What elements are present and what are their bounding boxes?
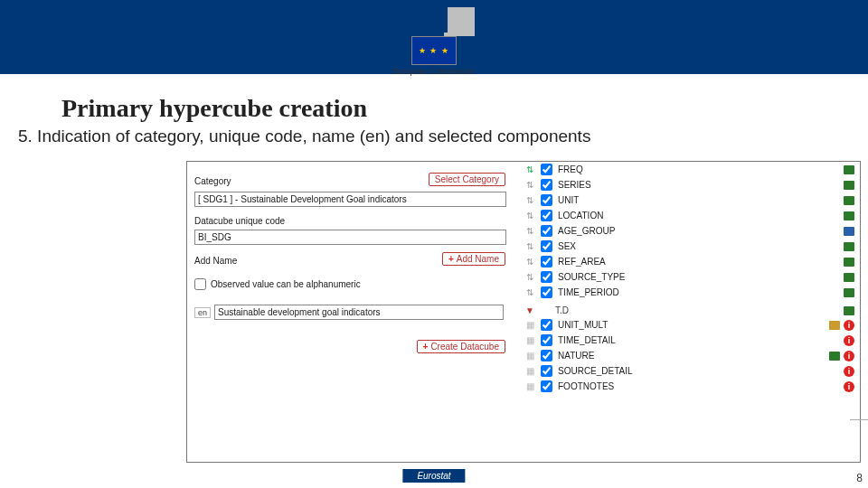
alpha-checkbox-label: Observed value can be alphanumeric — [211, 279, 361, 289]
reorder-handle-icon[interactable]: ⇅ — [524, 180, 535, 190]
component-checkbox[interactable] — [541, 334, 552, 346]
datacube-form: Category Select Category Datacube unique… — [187, 162, 513, 359]
collapse-icon[interactable]: ▼ — [524, 305, 535, 315]
info-icon[interactable]: i — [844, 366, 854, 377]
footer-caption: Eurostat — [402, 469, 465, 483]
page-title: Primary hypercube creation — [61, 94, 868, 123]
component-row: ⇅SERIES — [521, 177, 860, 192]
category-field[interactable] — [194, 192, 506, 207]
component-row: ⇅TIME_PERIOD — [521, 285, 860, 300]
component-checkbox[interactable] — [541, 240, 552, 252]
reorder-handle-icon[interactable]: ⇅ — [524, 257, 535, 267]
book-icon — [829, 321, 840, 330]
screenshot-panel: Category Select Category Datacube unique… — [186, 161, 861, 463]
info-icon[interactable]: i — [844, 320, 854, 331]
add-name-label: Add Name — [194, 256, 237, 266]
component-row: ▦NATUREi — [521, 348, 860, 363]
reorder-handle-icon[interactable]: ⇅ — [524, 287, 535, 297]
reorder-handle-icon[interactable]: ⇅ — [524, 164, 535, 174]
attr-icon: ▦ — [524, 351, 535, 361]
component-checkbox[interactable] — [541, 286, 552, 298]
add-name-button[interactable]: +Add Name — [442, 252, 505, 266]
component-row: ⇅UNIT — [521, 192, 860, 208]
unique-code-label: Datacube unique code — [194, 216, 505, 226]
alpha-checkbox[interactable] — [194, 278, 206, 290]
component-row: ⇅SEX — [521, 239, 860, 254]
component-checkbox[interactable] — [541, 179, 552, 191]
book-icon — [844, 288, 854, 297]
separator — [850, 419, 868, 420]
component-checkbox[interactable] — [541, 271, 552, 283]
component-checkbox[interactable] — [541, 194, 552, 206]
components-list: ⇅FREQ ⇅SERIES ⇅UNIT ⇅LOCATION ⇅AGE_GROUP… — [521, 162, 860, 460]
book-icon — [844, 211, 854, 221]
category-label: Category — [194, 176, 231, 186]
info-icon[interactable]: i — [844, 381, 854, 392]
component-checkbox[interactable] — [541, 380, 552, 392]
component-row: ⇅AGE_GROUP — [521, 223, 860, 239]
select-category-button[interactable]: Select Category — [429, 173, 505, 186]
book-icon — [844, 273, 854, 282]
alpha-checkbox-row[interactable]: Observed value can be alphanumeric — [194, 278, 505, 290]
component-checkbox[interactable] — [541, 210, 552, 221]
reorder-handle-icon[interactable]: ⇅ — [524, 195, 535, 205]
component-checkbox[interactable] — [541, 256, 552, 267]
attr-icon: ▦ — [524, 320, 535, 330]
attr-icon: ▦ — [524, 366, 535, 376]
component-row: ▦SOURCE_DETAILi — [521, 363, 860, 379]
component-checkbox[interactable] — [541, 365, 552, 377]
component-row: ⇅LOCATION — [521, 208, 860, 223]
ec-logo: ★ ★ ★ European Commission — [380, 7, 488, 93]
component-row: ⇅SOURCE_TYPE — [521, 269, 860, 285]
book-icon — [844, 306, 854, 315]
component-checkbox[interactable] — [541, 319, 552, 331]
book-icon — [844, 242, 854, 251]
page-subtitle: 5. Indication of category, unique code, … — [18, 127, 850, 146]
info-icon[interactable]: i — [844, 351, 854, 361]
reorder-handle-icon[interactable]: ⇅ — [524, 241, 535, 251]
info-icon[interactable]: i — [844, 335, 854, 346]
component-checkbox[interactable] — [541, 350, 552, 361]
attr-icon: ▦ — [524, 335, 535, 345]
component-row: ▦TIME_DETAILi — [521, 333, 860, 348]
reorder-handle-icon[interactable]: ⇅ — [524, 226, 535, 236]
component-checkbox[interactable] — [541, 225, 552, 237]
book-icon — [844, 165, 854, 174]
component-row: ▼T.D — [521, 304, 860, 317]
component-row: ▦UNIT_MULTi — [521, 317, 860, 333]
name-en-field[interactable] — [214, 305, 504, 320]
slide-number: 8 — [856, 472, 863, 484]
book-icon — [844, 196, 854, 205]
reorder-handle-icon[interactable]: ⇅ — [524, 272, 535, 282]
book-icon — [829, 352, 840, 361]
component-row: ▦FOOTNOTESi — [521, 379, 860, 394]
reorder-handle-icon[interactable]: ⇅ — [524, 211, 535, 221]
book-icon — [844, 227, 854, 236]
book-icon — [844, 258, 854, 267]
component-row: ⇅FREQ — [521, 162, 860, 177]
lang-tag: en — [194, 307, 211, 318]
component-checkbox[interactable] — [541, 164, 552, 175]
create-datacube-button[interactable]: +Create Datacube — [417, 340, 505, 353]
attr-icon: ▦ — [524, 381, 535, 391]
book-icon — [844, 181, 854, 190]
component-row: ⇅REF_AREA — [521, 254, 860, 269]
unique-code-field[interactable] — [194, 230, 506, 245]
